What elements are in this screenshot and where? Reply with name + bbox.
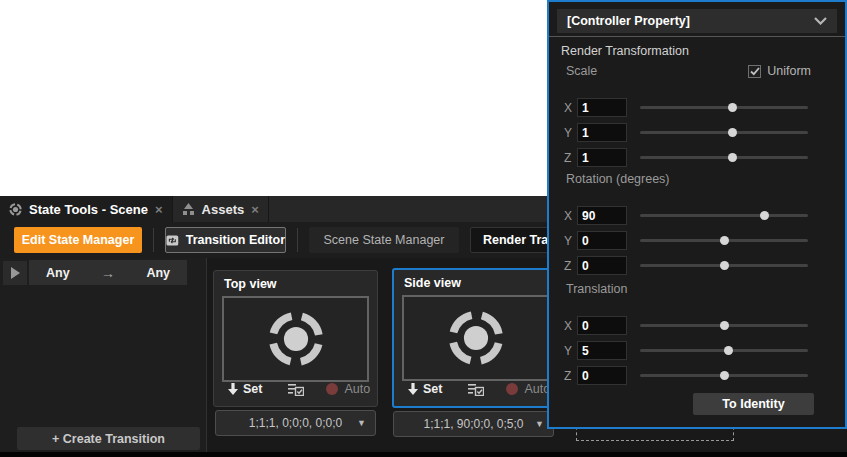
translation-z-slider[interactable]	[640, 363, 808, 388]
slider-handle[interactable]	[720, 371, 729, 380]
rotation-label: Rotation (degrees)	[549, 172, 845, 203]
rotation-z-row: Z	[549, 253, 845, 278]
assets-icon	[182, 203, 195, 216]
auto-label: Auto	[344, 382, 370, 396]
rotation-y-slider[interactable]	[640, 228, 808, 253]
rotation-x-input[interactable]	[577, 206, 627, 225]
auto-toggle[interactable]: Auto	[506, 382, 550, 396]
slider-handle[interactable]	[728, 128, 737, 137]
slider-handle[interactable]	[760, 211, 769, 220]
scale-z-slider[interactable]	[640, 145, 808, 170]
translation-y-slider[interactable]	[640, 338, 808, 363]
transition-editor-button[interactable]: Transition Editor	[165, 227, 286, 253]
top-view-value-dropdown[interactable]: 1;1;1, 0;0;0, 0;0;0 ▼	[215, 410, 376, 436]
scale-z-row: Z	[549, 145, 845, 170]
scale-label: Scale	[549, 64, 845, 95]
scale-y-input[interactable]	[577, 123, 627, 142]
rotation-y-row: Y	[549, 228, 845, 253]
window-bottom-edge	[0, 452, 847, 457]
list-check-icon	[468, 383, 484, 396]
state-card-title: Top view	[224, 277, 277, 291]
scale-x-input[interactable]	[577, 98, 627, 117]
state-preview[interactable]	[222, 296, 369, 382]
toolbar-separator	[153, 228, 154, 252]
render-transformation-title: Render Transformation	[561, 44, 689, 58]
translation-x-slider[interactable]	[640, 313, 808, 338]
state-card-footer: Set Auto	[214, 378, 377, 400]
scale-y-row: Y	[549, 120, 845, 145]
list-check-icon	[288, 383, 304, 396]
state-properties-button[interactable]	[468, 383, 484, 396]
app-window: State Tools - Scene × Assets × Edit Stat…	[0, 0, 847, 457]
create-transition-button[interactable]: + Create Transition	[17, 427, 200, 450]
transition-editor-label: Transition Editor	[186, 233, 285, 247]
set-state-button[interactable]: Set	[228, 382, 262, 396]
state-card-footer: Set Auto	[394, 378, 555, 400]
to-identity-button[interactable]: To Identity	[693, 393, 814, 415]
auto-indicator-icon	[326, 383, 338, 395]
translation-x-input[interactable]	[577, 316, 627, 335]
rotation-z-slider[interactable]	[640, 253, 808, 278]
arrow-right-icon: →	[101, 265, 115, 281]
state-card-side-view[interactable]: Side view Set	[392, 268, 557, 408]
play-transition-button[interactable]	[3, 261, 27, 285]
translation-y-row: Y	[549, 338, 845, 363]
state-card-title: Side view	[404, 276, 461, 290]
slider-handle[interactable]	[720, 236, 729, 245]
scale-z-input[interactable]	[577, 148, 627, 167]
set-label: Set	[423, 382, 442, 396]
edit-state-manager-button[interactable]: Edit State Manager	[14, 227, 142, 253]
translation-y-input[interactable]	[577, 341, 627, 360]
transition-to: Any	[146, 266, 170, 280]
controller-property-panel: [Controller Property] Render Transformat…	[547, 0, 847, 429]
axis-label: X	[564, 101, 577, 115]
scale-y-slider[interactable]	[640, 120, 808, 145]
panel-title: [Controller Property]	[567, 14, 690, 28]
scene-state-manager-button[interactable]: Scene State Manager	[309, 227, 459, 253]
transition-any-to-any[interactable]: Any → Any	[29, 260, 187, 285]
scale-x-slider[interactable]	[640, 95, 808, 120]
dropdown-value: 1;1;1, 90;0;0, 0;5;0	[423, 417, 523, 431]
auto-indicator-icon	[506, 383, 518, 395]
rotation-y-input[interactable]	[577, 231, 627, 250]
tab-label: State Tools - Scene	[29, 202, 148, 217]
translation-label: Translation	[549, 282, 845, 313]
tab-assets[interactable]: Assets ×	[173, 196, 269, 222]
rotation-z-input[interactable]	[577, 256, 627, 275]
state-preview[interactable]	[402, 295, 549, 381]
panel-header[interactable]: [Controller Property]	[557, 9, 837, 33]
translation-z-input[interactable]	[577, 366, 627, 385]
state-properties-button[interactable]	[288, 383, 304, 396]
axis-label: X	[564, 319, 577, 333]
axis-label: Y	[564, 344, 577, 358]
scale-x-row: X	[549, 95, 845, 120]
auto-toggle[interactable]: Auto	[326, 382, 370, 396]
side-view-value-dropdown[interactable]: 1;1;1, 90;0;0, 0;5;0 ▼	[393, 411, 554, 437]
slider-handle[interactable]	[728, 153, 737, 162]
state-card-top-view[interactable]: Top view Set	[213, 270, 378, 407]
axis-label: Z	[564, 259, 577, 273]
slider-handle[interactable]	[728, 103, 737, 112]
axis-label: Z	[564, 369, 577, 383]
panel-header-wrap: [Controller Property]	[549, 9, 845, 37]
set-state-button[interactable]: Set	[408, 382, 442, 396]
axis-label: Y	[564, 234, 577, 248]
close-icon[interactable]: ×	[155, 203, 163, 216]
chevron-down-icon: ▼	[357, 418, 366, 428]
slider-handle[interactable]	[720, 321, 729, 330]
down-arrow-icon	[408, 383, 418, 395]
tab-label: Assets	[202, 202, 245, 217]
transitions-pane: Any → Any + Create Transition	[0, 258, 207, 452]
slider-handle[interactable]	[724, 346, 733, 355]
chevron-down-icon[interactable]	[814, 17, 827, 25]
scale-group: Scale X Y Z	[549, 64, 845, 170]
tab-state-tools-scene[interactable]: State Tools - Scene ×	[0, 196, 173, 222]
down-arrow-icon	[228, 383, 238, 395]
rotation-x-slider[interactable]	[640, 203, 808, 228]
play-icon	[11, 267, 20, 279]
axis-label: X	[564, 209, 577, 223]
set-label: Set	[243, 382, 262, 396]
transition-from: Any	[46, 266, 70, 280]
close-icon[interactable]: ×	[251, 203, 259, 216]
slider-handle[interactable]	[720, 261, 729, 270]
